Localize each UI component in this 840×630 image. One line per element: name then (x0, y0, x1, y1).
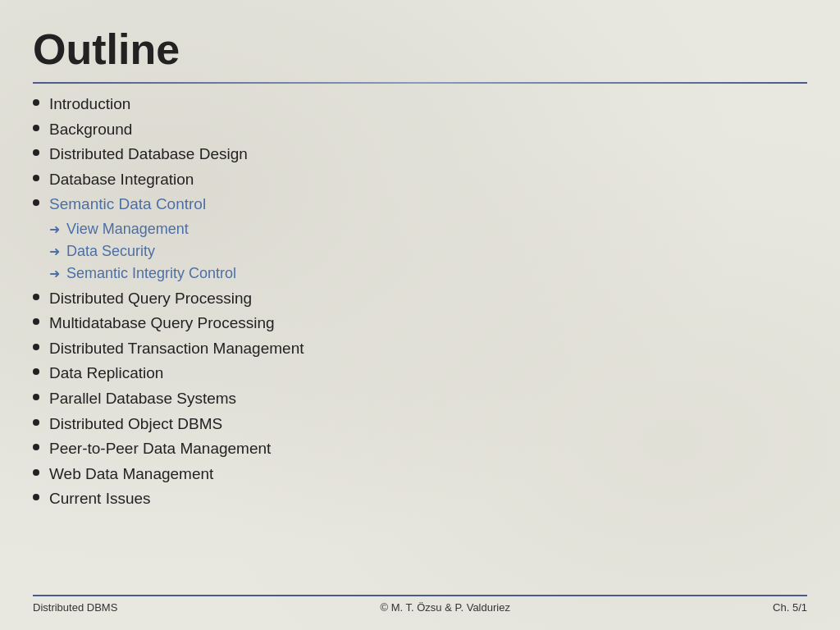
footer-left: Distributed DBMS (33, 601, 117, 614)
sub-text-vm: View Management (66, 219, 189, 240)
list-item: Parallel Database Systems (33, 388, 807, 410)
list-item: Multidatabase Query Processing (33, 313, 807, 335)
list-item: Semantic Data Control (33, 194, 807, 216)
bullet-text-pds: Parallel Database Systems (49, 388, 236, 410)
bullet-text-dr: Data Replication (49, 363, 163, 385)
bullet-text-intro: Introduction (49, 94, 130, 116)
footer-center: © M. T. Özsu & P. Valduriez (380, 601, 509, 614)
bullet-dot (33, 99, 39, 106)
list-item: Data Replication (33, 363, 807, 385)
arrow-icon: ➜ (49, 221, 60, 239)
bullet-dot (33, 149, 39, 156)
sub-text-ds: Data Security (66, 241, 155, 262)
bullet-text-ci: Current Issues (49, 488, 151, 510)
list-item: Web Data Management (33, 463, 807, 486)
bullet-dot (33, 318, 39, 325)
bullet-text-sdc: Semantic Data Control (49, 194, 206, 216)
bullet-dot (33, 469, 39, 476)
slide-title: Outline (33, 25, 807, 74)
arrow-icon: ➜ (49, 243, 60, 261)
footer-right: Ch. 5/1 (773, 601, 807, 614)
bullet-dot (33, 394, 39, 400)
list-item: Current Issues (33, 488, 807, 510)
main-bullet-list: Introduction Background Distributed Data… (33, 94, 807, 514)
list-item: ➜ View Management (49, 219, 807, 240)
bullet-text-background: Background (49, 119, 132, 141)
bullet-dot (33, 294, 39, 300)
list-item: ➜ Semantic Integrity Control (49, 263, 807, 284)
list-item: Database Integration (33, 169, 807, 191)
list-item: Introduction (33, 94, 807, 116)
arrow-icon: ➜ (49, 265, 60, 283)
content-area: Introduction Background Distributed Data… (33, 94, 807, 595)
bullet-dot (33, 175, 39, 181)
bullet-text-mqp: Multidatabase Query Processing (49, 313, 275, 335)
bullet-text-dqp: Distributed Query Processing (49, 288, 252, 310)
list-item: Peer-to-Peer Data Management (33, 438, 807, 460)
slide-container: Outline Introduction Background Distribu… (0, 0, 840, 630)
list-item: Distributed Object DBMS (33, 413, 807, 436)
bullet-text-dod: Distributed Object DBMS (49, 413, 222, 436)
list-item: Distributed Query Processing (33, 288, 807, 310)
title-divider (33, 82, 807, 84)
sub-list-container: ➜ View Management ➜ Data Security ➜ Sema… (33, 219, 807, 285)
bullet-text-dtm: Distributed Transaction Management (49, 338, 304, 360)
bullet-text-pdm: Peer-to-Peer Data Management (49, 438, 271, 460)
bullet-dot (33, 125, 39, 131)
bullet-dot (33, 344, 39, 350)
bullet-dot (33, 419, 39, 426)
list-item: Distributed Database Design (33, 144, 807, 166)
sub-text-sic: Semantic Integrity Control (66, 263, 236, 284)
bullet-dot (33, 444, 39, 450)
bullet-dot (33, 368, 39, 375)
list-item: Background (33, 119, 807, 141)
bullet-dot (33, 199, 39, 206)
sub-bullet-list: ➜ View Management ➜ Data Security ➜ Sema… (49, 219, 807, 285)
bullet-dot (33, 494, 39, 500)
bullet-text-ddd: Distributed Database Design (49, 144, 248, 166)
list-item: ➜ Data Security (49, 241, 807, 262)
list-item: Distributed Transaction Management (33, 338, 807, 360)
bullet-text-wdm: Web Data Management (49, 463, 213, 486)
bullet-text-di: Database Integration (49, 169, 194, 191)
slide-footer: Distributed DBMS © M. T. Özsu & P. Valdu… (33, 595, 807, 614)
